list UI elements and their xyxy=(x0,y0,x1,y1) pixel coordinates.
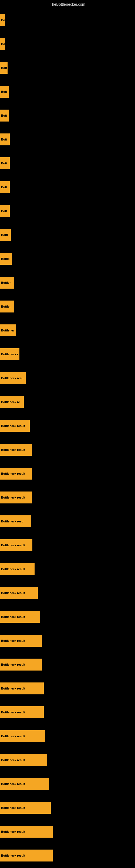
bar-label: Bottleneck resu xyxy=(1,520,24,523)
bar-label: Bottleneck result xyxy=(1,544,25,547)
site-title: TheBottlenecker.com xyxy=(0,0,135,8)
bar: Bottleneck result xyxy=(0,826,53,838)
bar-label: Bottleneck result xyxy=(1,758,25,762)
bar-label: Bott xyxy=(1,66,7,69)
bar: Bott xyxy=(0,205,10,217)
bar: Bottleneck result xyxy=(0,468,32,479)
bar-label: Bottleneck result xyxy=(1,782,25,785)
bar: Bottleneck result xyxy=(0,587,38,599)
bar-row: Bott xyxy=(0,175,135,199)
bar-row: Bottleneck resu xyxy=(0,366,135,390)
bar-row: Bottleneck result xyxy=(0,748,135,772)
bar: Bottlenec xyxy=(0,324,16,336)
bar: Bottleneck result xyxy=(0,539,32,551)
bar: Bottleneck resu xyxy=(0,516,31,527)
bar-row: Bottleneck result xyxy=(0,844,135,867)
bar: Bott xyxy=(0,181,10,193)
bar-label: Bottleneck result xyxy=(1,424,25,428)
bar-label: Bottleneck result xyxy=(1,711,25,714)
bar: Bottleneck re xyxy=(0,396,24,408)
bar-row: Bottleneck resu xyxy=(0,509,135,533)
bar-row: Bottleneck result xyxy=(0,533,135,557)
bar-row: Bottleneck result xyxy=(0,772,135,796)
bar: Bott xyxy=(0,86,9,98)
bar: Bott xyxy=(0,110,9,122)
bar: Bottleneck result xyxy=(0,420,30,432)
bar-row: Bo xyxy=(0,8,135,32)
bar-row: Bottleneck re xyxy=(0,390,135,414)
bar: Bottleneck resu xyxy=(0,372,26,384)
bar-row: Bott xyxy=(0,104,135,127)
bar-label: Bott xyxy=(1,90,7,93)
bar-row: Bottler xyxy=(0,294,135,318)
bar-label: Bottleneck resu xyxy=(1,376,24,380)
bar-row: Bottleneck result xyxy=(0,438,135,462)
bars-container: BoBoBottBottBottBottBottBottBottBottlBot… xyxy=(0,8,135,867)
bar-label: Bottl xyxy=(1,233,8,237)
bar: Bo xyxy=(0,14,5,26)
bar-label: Bottleneck result xyxy=(1,472,25,475)
bar-row: Bott xyxy=(0,127,135,151)
bar: Bottleneck result xyxy=(0,706,44,718)
bar: Bottleneck result xyxy=(0,682,44,694)
bar-label: Bott xyxy=(1,114,7,117)
bar: Bott xyxy=(0,157,10,169)
bar-row: Bottleneck result xyxy=(0,796,135,820)
bar-row: Bottleneck r xyxy=(0,342,135,366)
bar-row: Bottlen xyxy=(0,271,135,294)
bar-row: Bottleneck result xyxy=(0,557,135,581)
bar: Bott xyxy=(0,62,8,74)
bar-row: Bottleneck result xyxy=(0,724,135,748)
bar-row: Bottleneck result xyxy=(0,462,135,486)
bar: Bottleneck r xyxy=(0,348,19,360)
bar-label: Bottle xyxy=(1,257,9,260)
bar: Bottleneck result xyxy=(0,730,45,742)
bar-label: Bottler xyxy=(1,305,10,308)
bar: Bo xyxy=(0,38,5,50)
bar-label: Bott xyxy=(1,209,7,213)
bar-row: Bottleneck result xyxy=(0,820,135,844)
bar-row: Bo xyxy=(0,32,135,56)
bar: Bottleneck result xyxy=(0,611,40,623)
bar: Bottle xyxy=(0,253,12,265)
bar: Bottleneck result xyxy=(0,754,47,766)
bar-row: Bott xyxy=(0,56,135,80)
bar-label: Bottleneck result xyxy=(1,615,25,618)
bar-label: Bottleneck result xyxy=(1,687,25,690)
bar-label: Bo xyxy=(1,19,5,22)
bar-row: Bott xyxy=(0,199,135,223)
bar: Bottl xyxy=(0,229,11,241)
bar-label: Bottlen xyxy=(1,281,11,284)
bar-label: Bott xyxy=(1,186,7,189)
bar-label: Bottleneck result xyxy=(1,591,25,595)
bar-label: Bottleneck r xyxy=(1,352,18,356)
bar: Bottleneck result xyxy=(0,802,51,814)
bar-label: Bottleneck result xyxy=(1,663,25,666)
bar: Bottleneck result xyxy=(0,849,53,862)
bar-label: Bottleneck result xyxy=(1,735,25,738)
bar: Bottleneck result xyxy=(0,778,49,790)
bar-row: Bottleneck result xyxy=(0,701,135,724)
bar-row: Bottlenec xyxy=(0,318,135,342)
bar-label: Bott xyxy=(1,138,7,141)
bar: Bottleneck result xyxy=(0,492,32,503)
bar-label: Bottleneck result xyxy=(1,448,25,452)
bar-row: Bottleneck result xyxy=(0,677,135,701)
bar: Bottleneck result xyxy=(0,444,32,456)
bar: Bottleneck result xyxy=(0,563,35,575)
bar-row: Bottl xyxy=(0,223,135,247)
bar: Bottleneck result xyxy=(0,635,42,647)
bar-label: Bottleneck result xyxy=(1,496,25,499)
bar-row: Bottleneck result xyxy=(0,486,135,509)
bar: Bottler xyxy=(0,301,14,312)
bar-label: Bottleneck result xyxy=(1,854,25,857)
bar: Bottleneck result xyxy=(0,659,42,671)
bar-label: Bott xyxy=(1,162,7,165)
bar-label: Bo xyxy=(1,42,5,45)
bar-row: Bottleneck result xyxy=(0,581,135,605)
bar-row: Bottleneck result xyxy=(0,605,135,629)
bar-row: Bott xyxy=(0,151,135,175)
bar-label: Bottleneck result xyxy=(1,639,25,642)
bar-label: Bottlenec xyxy=(1,329,14,332)
bar-row: Bottleneck result xyxy=(0,414,135,438)
